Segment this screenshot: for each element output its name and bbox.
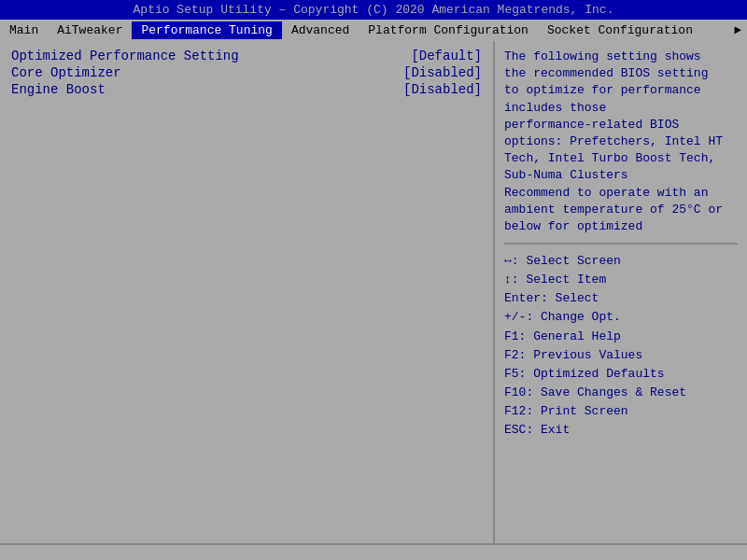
title-text: Aptio Setup Utility – Copyright (C) 2020…: [134, 3, 614, 17]
help-line: ↕: Select Item: [504, 271, 738, 289]
title-bar: Aptio Setup Utility – Copyright (C) 2020…: [0, 0, 747, 20]
help-line: F2: Previous Values: [504, 346, 738, 365]
description-line: Tech, Intel Turbo Boost Tech,: [504, 150, 738, 167]
description-line: The following setting shows: [504, 49, 738, 65]
description-line: below for optimized: [504, 218, 738, 235]
description-line: Recommend to operate with an: [504, 185, 738, 202]
description-box: The following setting showsthe recommend…: [504, 49, 738, 245]
description-line: includes those: [504, 100, 738, 117]
help-line: F1: General Help: [504, 328, 738, 346]
setting-label: Core Optimizer: [11, 65, 403, 80]
help-line: Enter: Select: [504, 289, 738, 308]
bottom-bar: [0, 543, 747, 560]
menu-item-performance-tuning[interactable]: Performance Tuning: [132, 21, 281, 39]
help-line: F10: Save Changes & Reset: [504, 384, 738, 402]
help-box: ↔: Select Screen↕: Select ItemEnter: Sel…: [504, 252, 738, 440]
help-line: ↔: Select Screen: [504, 252, 738, 271]
menu-item-main[interactable]: Main: [0, 21, 48, 39]
setting-label: Engine Boost: [11, 82, 403, 97]
description-line: the recommended BIOS setting: [504, 65, 738, 82]
help-line: +/-: Change Opt.: [504, 308, 738, 327]
left-panel: Optimized Performance Setting[Default]Co…: [0, 41, 495, 543]
setting-value: [Default]: [411, 49, 482, 63]
setting-value: [Disabled]: [403, 65, 482, 80]
setting-value: [Disabled]: [403, 82, 482, 97]
right-panel: The following setting showsthe recommend…: [495, 41, 747, 543]
description-line: to optimize for performance: [504, 82, 738, 99]
menu-bar: MainAiTweakerPerformance TuningAdvancedP…: [0, 20, 747, 41]
help-line: F5: Optimized Defaults: [504, 365, 738, 384]
description-line: Sub-Numa Clusters: [504, 167, 738, 184]
menu-item-advanced[interactable]: Advanced: [282, 21, 359, 39]
help-line: ESC: Exit: [504, 421, 738, 440]
bios-screen: Aptio Setup Utility – Copyright (C) 2020…: [0, 0, 747, 560]
setting-row[interactable]: Engine Boost[Disabled]: [11, 82, 482, 97]
description-line: options: Prefetchers, Intel HT: [504, 133, 738, 150]
help-line: F12: Print Screen: [504, 402, 738, 421]
menu-arrow-icon: ►: [728, 21, 747, 39]
menu-item-platform-configuration[interactable]: Platform Configuration: [359, 21, 538, 39]
description-line: ambient temperature of 25°C or: [504, 202, 738, 218]
setting-label: Optimized Performance Setting: [11, 49, 411, 63]
menu-item-aitweaker[interactable]: AiTweaker: [48, 21, 132, 39]
setting-row[interactable]: Optimized Performance Setting[Default]: [11, 49, 482, 63]
description-line: performance-related BIOS: [504, 117, 738, 133]
menu-item-socket-configuration[interactable]: Socket Configuration: [538, 21, 702, 39]
setting-row[interactable]: Core Optimizer[Disabled]: [11, 65, 482, 80]
content-area: Optimized Performance Setting[Default]Co…: [0, 41, 747, 543]
